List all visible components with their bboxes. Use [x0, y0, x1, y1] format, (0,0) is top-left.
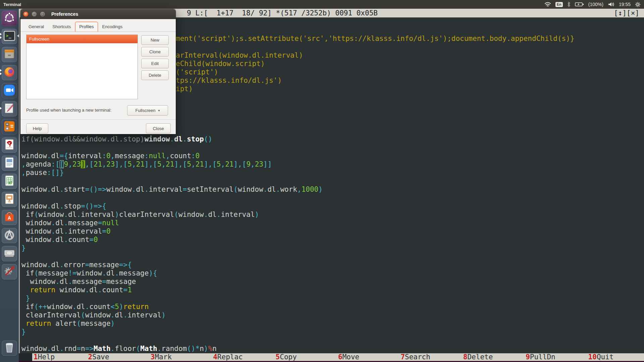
minimize-window-icon[interactable]: –	[32, 11, 37, 17]
running-pip	[0, 33, 2, 36]
launcher-item-libreoffice-calc[interactable]	[2, 174, 17, 189]
keybar-label: Move	[342, 353, 360, 361]
code-line-fragment: ment('script');s.setAttribute('src','htt…	[176, 35, 574, 43]
tab-profiles[interactable]: Profiles	[75, 22, 98, 32]
desktop: Terminal En (100%) 19:55 >_A 9 L:[ 1+17 …	[0, 0, 644, 362]
file-manager-icon	[3, 48, 16, 62]
keybar-item-help[interactable]: 1Help	[34, 353, 55, 361]
keyboard-layout-indicator[interactable]: En	[555, 2, 563, 7]
zoom-icon	[3, 84, 16, 98]
wifi-icon[interactable]	[544, 2, 551, 7]
keybar-number: 4	[213, 353, 217, 361]
code-line: }	[21, 244, 26, 252]
help-button[interactable]: Help	[26, 123, 48, 133]
running-pip	[0, 69, 2, 72]
software-center-icon: A	[3, 210, 16, 225]
keybar-number: 7	[400, 353, 405, 361]
indicator-tray: En (100%) 19:55	[544, 2, 644, 7]
bluetooth-icon[interactable]	[567, 2, 571, 7]
keybar-item-save[interactable]: 2Save	[88, 353, 109, 361]
edit-button[interactable]: Edit	[141, 59, 169, 68]
tab-general[interactable]: General	[24, 22, 48, 32]
launcher-item-disk-utility[interactable]	[2, 246, 17, 261]
launcher-item-ubuntu-software[interactable]: A	[2, 210, 17, 225]
tab-shortcuts[interactable]: Shortcuts	[48, 22, 75, 32]
maximize-window-icon[interactable]: ◻	[40, 11, 45, 17]
keybar-item-copy[interactable]: 5Copy	[276, 353, 297, 361]
code-line: window.dl.error=message=>{	[21, 261, 132, 269]
launcher-item-dash-home[interactable]	[2, 11, 17, 26]
battery-icon[interactable]	[575, 2, 584, 7]
launcher-item-libreoffice-writer[interactable]	[2, 156, 17, 171]
launcher-item-libreoffice-impress[interactable]	[2, 192, 17, 207]
launcher-item-firefox[interactable]	[2, 65, 17, 80]
new-button[interactable]: New	[141, 35, 169, 45]
code-line: if(window.dl.interval)clearInterval(wind…	[21, 210, 259, 219]
dialog-separator	[20, 119, 176, 120]
terminal-icon: >_	[3, 29, 16, 44]
writer-icon	[3, 156, 16, 170]
launcher-item-system-tools[interactable]	[2, 264, 17, 280]
launcher-item-a-ring-app[interactable]	[2, 228, 17, 243]
default-profile-dropdown[interactable]: Fullscreen ▾	[127, 105, 168, 116]
svg-text:>: >	[6, 33, 8, 38]
keybar-item-pulldn[interactable]: 9PullDn	[526, 353, 555, 361]
profile-row-fullscreen[interactable]: Fullscreen	[26, 35, 138, 43]
code-line: clearInterval(window.dl.interval)	[21, 311, 166, 319]
keybar-label: PullDn	[530, 353, 555, 361]
code-line: window.dl={interval:0,message:null,count…	[21, 152, 200, 160]
code-line: window.dl.rnd=n=>Math.floor(Math.random(…	[21, 345, 217, 353]
code-line: window.dl.count=0	[21, 236, 98, 244]
volume-icon[interactable]	[608, 2, 614, 7]
launcher-item-text-editor[interactable]	[2, 101, 17, 117]
keybar-number: 1	[34, 353, 38, 361]
trash-icon	[3, 341, 16, 355]
document-viewer-icon	[3, 138, 16, 152]
chevron-down-icon: ▾	[158, 109, 160, 112]
clone-button[interactable]: Clone	[141, 47, 169, 57]
keybar-item-search[interactable]: 7Search	[400, 353, 430, 361]
keybar-item-delete[interactable]: 8Delete	[463, 353, 493, 361]
keybar-item-move[interactable]: 6Move	[338, 353, 359, 361]
keybar-number: 3	[151, 353, 155, 361]
launcher-item-file-manager[interactable]	[2, 47, 17, 62]
dialog-titlebar[interactable]: × – ◻ Preferences	[20, 9, 176, 19]
profile-list[interactable]: Fullscreen	[26, 35, 138, 99]
svg-text:_: _	[9, 33, 11, 39]
clock[interactable]: 19:55	[619, 2, 631, 7]
close-window-icon[interactable]: ×	[23, 11, 29, 17]
keybar-item-replac[interactable]: 4Replac	[213, 353, 243, 361]
tab-encodings[interactable]: Encodings	[98, 22, 127, 32]
battery-percent[interactable]: (100%)	[588, 2, 603, 7]
keybar-number: 2	[88, 353, 92, 361]
keybar-number: 9	[526, 353, 530, 361]
keybar-lead	[19, 353, 32, 361]
a-ring-icon	[3, 229, 16, 243]
keybar-label: Search	[405, 353, 430, 361]
code-line: return window.dl.count=1	[21, 286, 132, 294]
launcher-item-zoom[interactable]	[2, 83, 17, 99]
keybar-label: Quit	[597, 353, 614, 361]
code-line: ,agenda:[[9,23],[21,23],[5,21],[5,21],[5…	[21, 160, 272, 169]
session-gear-icon[interactable]	[635, 2, 641, 7]
launcher-item-trash[interactable]	[2, 341, 17, 356]
code-line: window.dl.stop=()=>{	[21, 202, 106, 210]
hard-disk-icon	[3, 247, 16, 261]
launcher-item-document-viewer[interactable]	[2, 137, 17, 153]
ubuntu-dash-icon	[3, 11, 16, 25]
launcher-item-calculator[interactable]	[2, 119, 17, 135]
keybar-label: Help	[38, 353, 55, 361]
calc-icon	[3, 174, 16, 188]
keybar-item-quit[interactable]: 10Quit	[588, 353, 614, 361]
keybar-number: 6	[338, 353, 342, 361]
keybar-item-mark[interactable]: 3Mark	[151, 353, 172, 361]
impress-icon	[3, 192, 16, 206]
close-button[interactable]: Close	[146, 123, 171, 133]
keybar-label: Delete	[467, 353, 493, 361]
keybar-number: 5	[276, 353, 280, 361]
code-line: if(++window.dl.count<5)return	[21, 303, 149, 311]
code-line: if(window.dl&&window.dl.stop)window.dl.s…	[21, 135, 212, 143]
launcher-item-terminal[interactable]: >_	[2, 29, 17, 44]
firefox-icon	[3, 66, 16, 80]
delete-button[interactable]: Delete	[141, 70, 169, 80]
